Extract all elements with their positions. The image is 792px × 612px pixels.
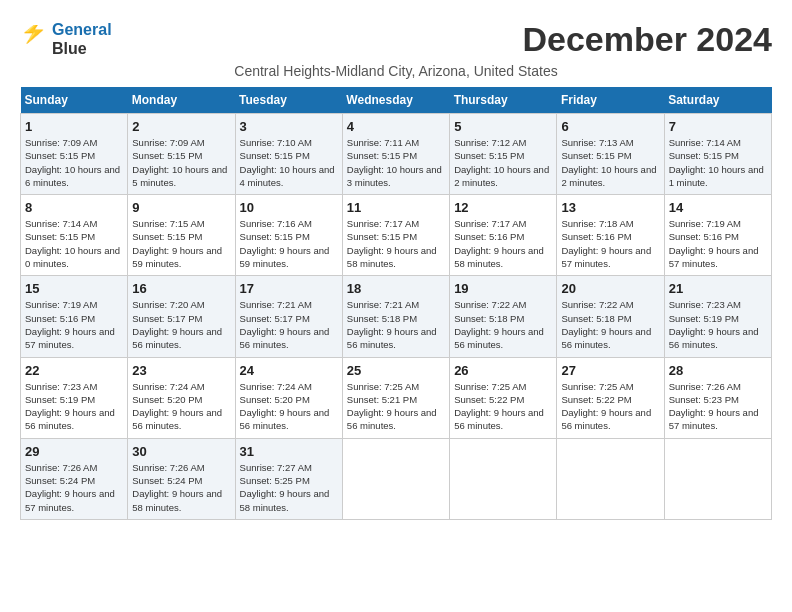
weekday-header: Saturday	[664, 87, 771, 114]
day-number: 13	[561, 200, 659, 215]
weekday-header: Wednesday	[342, 87, 449, 114]
day-info: Sunrise: 7:20 AM Sunset: 5:17 PM Dayligh…	[132, 298, 230, 351]
day-number: 16	[132, 281, 230, 296]
calendar-cell: 29 Sunrise: 7:26 AM Sunset: 5:24 PM Dayl…	[21, 438, 128, 519]
day-number: 7	[669, 119, 767, 134]
day-info: Sunrise: 7:23 AM Sunset: 5:19 PM Dayligh…	[669, 298, 767, 351]
day-info: Sunrise: 7:26 AM Sunset: 5:23 PM Dayligh…	[669, 380, 767, 433]
calendar-cell: 24 Sunrise: 7:24 AM Sunset: 5:20 PM Dayl…	[235, 357, 342, 438]
calendar-cell: 22 Sunrise: 7:23 AM Sunset: 5:19 PM Dayl…	[21, 357, 128, 438]
day-info: Sunrise: 7:24 AM Sunset: 5:20 PM Dayligh…	[240, 380, 338, 433]
day-number: 23	[132, 363, 230, 378]
calendar-cell: 17 Sunrise: 7:21 AM Sunset: 5:17 PM Dayl…	[235, 276, 342, 357]
day-number: 26	[454, 363, 552, 378]
calendar-cell	[450, 438, 557, 519]
day-number: 1	[25, 119, 123, 134]
day-info: Sunrise: 7:25 AM Sunset: 5:22 PM Dayligh…	[454, 380, 552, 433]
day-number: 18	[347, 281, 445, 296]
day-info: Sunrise: 7:09 AM Sunset: 5:15 PM Dayligh…	[132, 136, 230, 189]
calendar-cell: 25 Sunrise: 7:25 AM Sunset: 5:21 PM Dayl…	[342, 357, 449, 438]
calendar-cell: 8 Sunrise: 7:14 AM Sunset: 5:15 PM Dayli…	[21, 195, 128, 276]
day-number: 31	[240, 444, 338, 459]
main-title: December 2024	[522, 20, 772, 59]
calendar-cell: 20 Sunrise: 7:22 AM Sunset: 5:18 PM Dayl…	[557, 276, 664, 357]
calendar-cell: 16 Sunrise: 7:20 AM Sunset: 5:17 PM Dayl…	[128, 276, 235, 357]
day-info: Sunrise: 7:23 AM Sunset: 5:19 PM Dayligh…	[25, 380, 123, 433]
day-info: Sunrise: 7:17 AM Sunset: 5:15 PM Dayligh…	[347, 217, 445, 270]
calendar-cell: 15 Sunrise: 7:19 AM Sunset: 5:16 PM Dayl…	[21, 276, 128, 357]
calendar-cell: 28 Sunrise: 7:26 AM Sunset: 5:23 PM Dayl…	[664, 357, 771, 438]
day-number: 28	[669, 363, 767, 378]
calendar-cell: 1 Sunrise: 7:09 AM Sunset: 5:15 PM Dayli…	[21, 114, 128, 195]
day-number: 27	[561, 363, 659, 378]
calendar-cell: 12 Sunrise: 7:17 AM Sunset: 5:16 PM Dayl…	[450, 195, 557, 276]
day-info: Sunrise: 7:22 AM Sunset: 5:18 PM Dayligh…	[454, 298, 552, 351]
day-info: Sunrise: 7:25 AM Sunset: 5:21 PM Dayligh…	[347, 380, 445, 433]
day-number: 9	[132, 200, 230, 215]
calendar-cell: 2 Sunrise: 7:09 AM Sunset: 5:15 PM Dayli…	[128, 114, 235, 195]
day-info: Sunrise: 7:27 AM Sunset: 5:25 PM Dayligh…	[240, 461, 338, 514]
day-number: 19	[454, 281, 552, 296]
day-number: 15	[25, 281, 123, 296]
svg-text:⚡: ⚡	[20, 25, 48, 45]
day-number: 2	[132, 119, 230, 134]
day-info: Sunrise: 7:18 AM Sunset: 5:16 PM Dayligh…	[561, 217, 659, 270]
calendar-cell	[664, 438, 771, 519]
day-number: 11	[347, 200, 445, 215]
logo-text: General Blue	[52, 20, 112, 58]
day-info: Sunrise: 7:19 AM Sunset: 5:16 PM Dayligh…	[25, 298, 123, 351]
day-info: Sunrise: 7:13 AM Sunset: 5:15 PM Dayligh…	[561, 136, 659, 189]
day-info: Sunrise: 7:17 AM Sunset: 5:16 PM Dayligh…	[454, 217, 552, 270]
calendar-cell: 19 Sunrise: 7:22 AM Sunset: 5:18 PM Dayl…	[450, 276, 557, 357]
day-number: 22	[25, 363, 123, 378]
calendar-cell: 31 Sunrise: 7:27 AM Sunset: 5:25 PM Dayl…	[235, 438, 342, 519]
day-info: Sunrise: 7:22 AM Sunset: 5:18 PM Dayligh…	[561, 298, 659, 351]
calendar-cell: 30 Sunrise: 7:26 AM Sunset: 5:24 PM Dayl…	[128, 438, 235, 519]
calendar-cell: 6 Sunrise: 7:13 AM Sunset: 5:15 PM Dayli…	[557, 114, 664, 195]
calendar-cell: 21 Sunrise: 7:23 AM Sunset: 5:19 PM Dayl…	[664, 276, 771, 357]
day-info: Sunrise: 7:11 AM Sunset: 5:15 PM Dayligh…	[347, 136, 445, 189]
weekday-header: Thursday	[450, 87, 557, 114]
day-number: 20	[561, 281, 659, 296]
calendar-cell: 3 Sunrise: 7:10 AM Sunset: 5:15 PM Dayli…	[235, 114, 342, 195]
weekday-header: Monday	[128, 87, 235, 114]
day-number: 6	[561, 119, 659, 134]
calendar-cell: 4 Sunrise: 7:11 AM Sunset: 5:15 PM Dayli…	[342, 114, 449, 195]
day-number: 17	[240, 281, 338, 296]
logo: ⚡ General Blue	[20, 20, 112, 58]
day-info: Sunrise: 7:21 AM Sunset: 5:17 PM Dayligh…	[240, 298, 338, 351]
day-number: 24	[240, 363, 338, 378]
day-number: 30	[132, 444, 230, 459]
day-info: Sunrise: 7:26 AM Sunset: 5:24 PM Dayligh…	[25, 461, 123, 514]
day-number: 4	[347, 119, 445, 134]
calendar-cell: 14 Sunrise: 7:19 AM Sunset: 5:16 PM Dayl…	[664, 195, 771, 276]
calendar-cell: 23 Sunrise: 7:24 AM Sunset: 5:20 PM Dayl…	[128, 357, 235, 438]
day-info: Sunrise: 7:24 AM Sunset: 5:20 PM Dayligh…	[132, 380, 230, 433]
day-number: 12	[454, 200, 552, 215]
day-number: 25	[347, 363, 445, 378]
day-number: 29	[25, 444, 123, 459]
weekday-header: Tuesday	[235, 87, 342, 114]
calendar-cell: 9 Sunrise: 7:15 AM Sunset: 5:15 PM Dayli…	[128, 195, 235, 276]
day-info: Sunrise: 7:09 AM Sunset: 5:15 PM Dayligh…	[25, 136, 123, 189]
weekday-header: Friday	[557, 87, 664, 114]
day-info: Sunrise: 7:16 AM Sunset: 5:15 PM Dayligh…	[240, 217, 338, 270]
day-info: Sunrise: 7:14 AM Sunset: 5:15 PM Dayligh…	[669, 136, 767, 189]
day-info: Sunrise: 7:10 AM Sunset: 5:15 PM Dayligh…	[240, 136, 338, 189]
day-info: Sunrise: 7:25 AM Sunset: 5:22 PM Dayligh…	[561, 380, 659, 433]
calendar-cell	[342, 438, 449, 519]
day-number: 3	[240, 119, 338, 134]
day-info: Sunrise: 7:15 AM Sunset: 5:15 PM Dayligh…	[132, 217, 230, 270]
calendar-cell: 7 Sunrise: 7:14 AM Sunset: 5:15 PM Dayli…	[664, 114, 771, 195]
day-number: 5	[454, 119, 552, 134]
day-info: Sunrise: 7:14 AM Sunset: 5:15 PM Dayligh…	[25, 217, 123, 270]
subtitle: Central Heights-Midland City, Arizona, U…	[20, 63, 772, 79]
calendar-cell: 27 Sunrise: 7:25 AM Sunset: 5:22 PM Dayl…	[557, 357, 664, 438]
day-info: Sunrise: 7:26 AM Sunset: 5:24 PM Dayligh…	[132, 461, 230, 514]
calendar-cell: 18 Sunrise: 7:21 AM Sunset: 5:18 PM Dayl…	[342, 276, 449, 357]
calendar-cell	[557, 438, 664, 519]
calendar-cell: 26 Sunrise: 7:25 AM Sunset: 5:22 PM Dayl…	[450, 357, 557, 438]
day-number: 8	[25, 200, 123, 215]
calendar-cell: 5 Sunrise: 7:12 AM Sunset: 5:15 PM Dayli…	[450, 114, 557, 195]
calendar-cell: 13 Sunrise: 7:18 AM Sunset: 5:16 PM Dayl…	[557, 195, 664, 276]
